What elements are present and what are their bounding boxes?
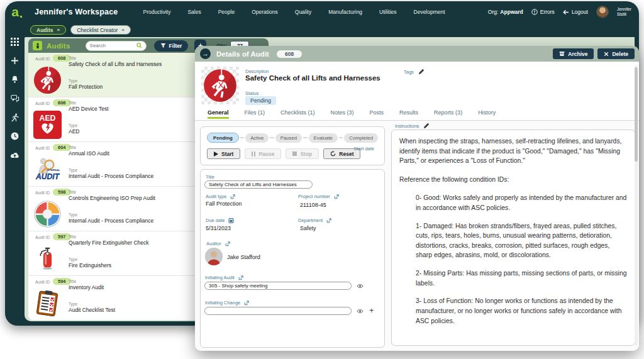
step-completed: Completed: [344, 133, 378, 143]
delete-button[interactable]: Delete: [597, 48, 635, 59]
tab-results[interactable]: Results: [399, 109, 418, 119]
audit-type: Fire Extinguishers: [69, 262, 191, 268]
audit-row-606[interactable]: Audit ID 606 AED Title AED Device Test T…: [28, 97, 198, 142]
errors-button[interactable]: Errors: [531, 9, 555, 15]
initiating-audit-input[interactable]: [204, 282, 352, 290]
appward-logo[interactable]: a: [7, 4, 23, 20]
view-initiating-audit-eye-icon[interactable]: [357, 284, 364, 289]
open-project-launch-icon[interactable]: [334, 194, 339, 199]
user-last-name: Sistili: [617, 12, 631, 17]
department-value: Safety: [300, 225, 316, 231]
tab-notes[interactable]: Notes (3): [331, 109, 354, 119]
open-audit-type-launch-icon[interactable]: [230, 194, 235, 199]
open-auditor-launch-icon[interactable]: [225, 241, 230, 246]
fire-extinguisher-icon: [33, 245, 62, 273]
add-icon[interactable]: [9, 55, 20, 66]
audit-row-597[interactable]: Audit ID 597 Title Quarterly Fire Exting…: [28, 231, 198, 276]
tab-audits-close-icon[interactable]: ×: [57, 27, 60, 33]
tab-checklist-creator-close-icon[interactable]: ×: [121, 27, 125, 33]
tab-checklists[interactable]: Checklists (1): [280, 109, 315, 119]
pause-button[interactable]: Pause: [245, 148, 281, 159]
history-clock-icon[interactable]: [9, 131, 20, 141]
close-x-icon: [604, 52, 609, 57]
auditor-avatar: [205, 248, 223, 265]
svg-text:AED: AED: [40, 114, 56, 123]
audit-type: Internal Audit - Process Compliance: [69, 173, 191, 179]
menu-item-operations[interactable]: Operations: [252, 9, 278, 15]
detail-id-badge: 608: [277, 50, 302, 58]
collapse-arrow-button[interactable]: →: [200, 48, 211, 59]
instructions-label: Instructions: [395, 123, 419, 129]
tab-posts[interactable]: Posts: [370, 109, 384, 119]
audit-title: Quarterly Fire Extinguisher Check: [69, 240, 191, 246]
tab-checklist-creator[interactable]: Checklist Creator ×: [70, 25, 131, 35]
reset-label: Reset: [339, 151, 353, 157]
open-initiating-audit-launch-icon[interactable]: [238, 275, 243, 280]
edit-instructions-pencil-icon[interactable]: [423, 123, 430, 129]
step-active: Active: [245, 133, 269, 143]
pdca-icon: [33, 200, 62, 228]
menu-item-utilities[interactable]: Utilities: [379, 9, 396, 15]
initiating-change-input[interactable]: [204, 307, 352, 315]
screen: a Jennifer's Work: [0, 0, 644, 359]
title-field-label: Title: [206, 174, 214, 180]
audit-id-label: Audit ID: [35, 57, 50, 61]
audit-type-label-text: Audit type: [206, 194, 226, 199]
filter-label: Filter: [169, 43, 182, 49]
audit-row-598[interactable]: Audit ID 598 Title Controls Engineering …: [28, 187, 198, 231]
edit-tags-pencil-icon[interactable]: [418, 69, 425, 75]
menu-item-productivity[interactable]: Productivity: [143, 9, 171, 15]
stop-icon: [292, 152, 297, 156]
tab-files[interactable]: Files (1): [245, 109, 265, 119]
aed-icon: AED: [33, 111, 62, 139]
type-label: Type: [69, 213, 77, 217]
module-tabstrip: Audits × Checklist Creator ×: [25, 23, 639, 37]
start-button[interactable]: Start: [207, 148, 240, 159]
step-connector: [303, 137, 307, 138]
tab-reports[interactable]: Reports (3): [434, 109, 462, 119]
user-avatar[interactable]: [596, 6, 609, 18]
top-navbar: Jennifer's Workspace Productivity Sales …: [25, 1, 639, 23]
workspace-title: Jennifer's Workspace: [35, 8, 118, 16]
stop-button[interactable]: Stop: [286, 148, 319, 159]
delete-label: Delete: [612, 51, 628, 57]
safety-runner-icon[interactable]: [9, 112, 20, 123]
messages-chat-icon[interactable]: [9, 93, 20, 104]
cloud-upload-icon[interactable]: [9, 150, 20, 160]
department-label: Department: [298, 218, 331, 223]
audit-row-608[interactable]: Audit ID 608 Title Safety Check of all L…: [28, 53, 198, 97]
view-initiating-change-eye-icon[interactable]: [357, 309, 364, 314]
search-input[interactable]: [90, 43, 134, 48]
harness-icon: [33, 66, 62, 94]
menu-item-sales[interactable]: Sales: [187, 9, 201, 15]
audit-row-594[interactable]: Audit ID 594 Title Inventory Audit Type …: [28, 276, 198, 320]
tab-audits[interactable]: Audits ×: [30, 25, 66, 35]
open-department-launch-icon[interactable]: [326, 218, 331, 223]
tab-general[interactable]: General: [208, 109, 229, 119]
open-initiating-change-launch-icon[interactable]: [244, 301, 249, 306]
detail-header: → Details of Audit 608 Archive Delete: [195, 46, 639, 62]
menu-item-development[interactable]: Development: [414, 9, 445, 15]
app-sidebar: a: [5, 1, 25, 326]
calendar-icon[interactable]: [228, 218, 234, 223]
title-input[interactable]: [204, 180, 313, 189]
step-connector: [270, 137, 274, 138]
menu-item-quality[interactable]: Quality: [295, 9, 311, 15]
add-initiating-change-plus-icon[interactable]: +: [369, 306, 374, 314]
menu-item-manufacturing[interactable]: Manufacturing: [328, 9, 362, 15]
pause-icon: [252, 152, 255, 157]
menu-item-people[interactable]: People: [218, 9, 235, 15]
audit-type: Fall Protection: [69, 84, 191, 90]
notifications-bell-icon[interactable]: [9, 74, 20, 85]
title-label: Title: [69, 145, 76, 150]
reset-icon: [330, 151, 336, 157]
audit-row-604[interactable]: Audit ID 604 INTERNALAUDIT Title Annual …: [28, 142, 198, 187]
logout-button[interactable]: Logout: [563, 9, 588, 15]
tab-history[interactable]: History: [478, 109, 496, 119]
title-label: Title: [69, 235, 76, 239]
filter-button[interactable]: Filter: [154, 40, 189, 52]
detail-scrollbar-thumb[interactable]: [635, 67, 638, 162]
project-number-value: 211108-45: [300, 202, 326, 208]
archive-button[interactable]: Archive: [553, 48, 594, 59]
apps-grid-icon[interactable]: [9, 36, 20, 47]
